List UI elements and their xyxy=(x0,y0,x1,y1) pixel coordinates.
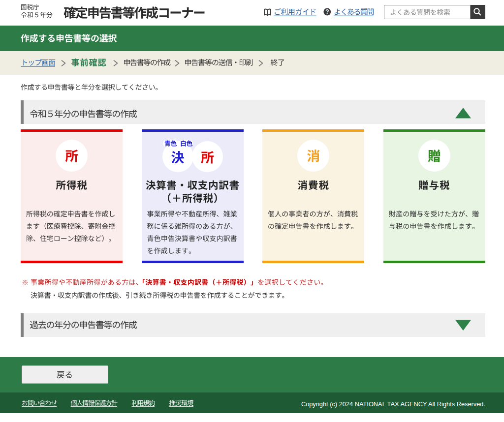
svg-text:?: ? xyxy=(325,8,329,15)
